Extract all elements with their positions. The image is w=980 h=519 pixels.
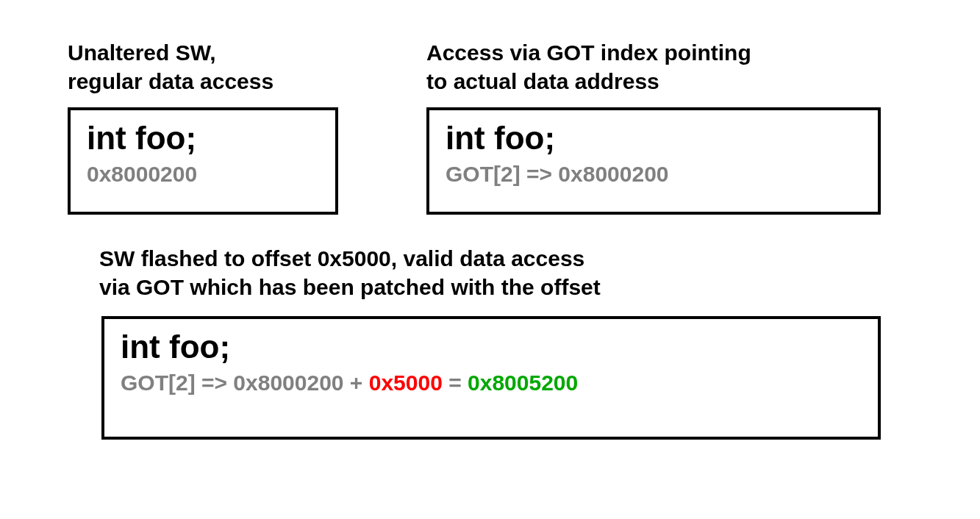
- patched-expression: GOT[2] => 0x8000200 + 0x5000 = 0x8005200: [121, 370, 862, 396]
- expr-equals: =: [443, 371, 468, 395]
- caption-top-right: Access via GOT index pointing to actual …: [426, 38, 882, 96]
- box-got-access: int foo; GOT[2] => 0x8000200: [426, 107, 881, 215]
- caption-bottom: SW flashed to offset 0x5000, valid data …: [99, 244, 879, 301]
- got-expression: GOT[2] => 0x8000200: [446, 161, 862, 187]
- code-declaration: int foo;: [87, 119, 319, 158]
- caption-line: regular data access: [68, 69, 273, 93]
- code-declaration: int foo;: [446, 119, 862, 158]
- caption-line: Access via GOT index pointing: [426, 40, 751, 65]
- box-unaltered: int foo; 0x8000200: [68, 107, 338, 215]
- expr-result: 0x8005200: [468, 371, 578, 395]
- caption-line: SW flashed to offset 0x5000, valid data …: [99, 246, 584, 271]
- address-value: 0x8000200: [87, 161, 319, 187]
- expr-offset: 0x5000: [369, 371, 443, 395]
- box-patched: int foo; GOT[2] => 0x8000200 + 0x5000 = …: [101, 316, 881, 440]
- code-declaration: int foo;: [121, 328, 862, 367]
- caption-line: Unaltered SW,: [68, 40, 216, 65]
- caption-top-left: Unaltered SW, regular data access: [68, 38, 340, 96]
- expr-prefix: GOT[2] => 0x8000200 +: [121, 371, 369, 395]
- caption-line: via GOT which has been patched with the …: [99, 275, 601, 299]
- caption-line: to actual data address: [426, 69, 659, 93]
